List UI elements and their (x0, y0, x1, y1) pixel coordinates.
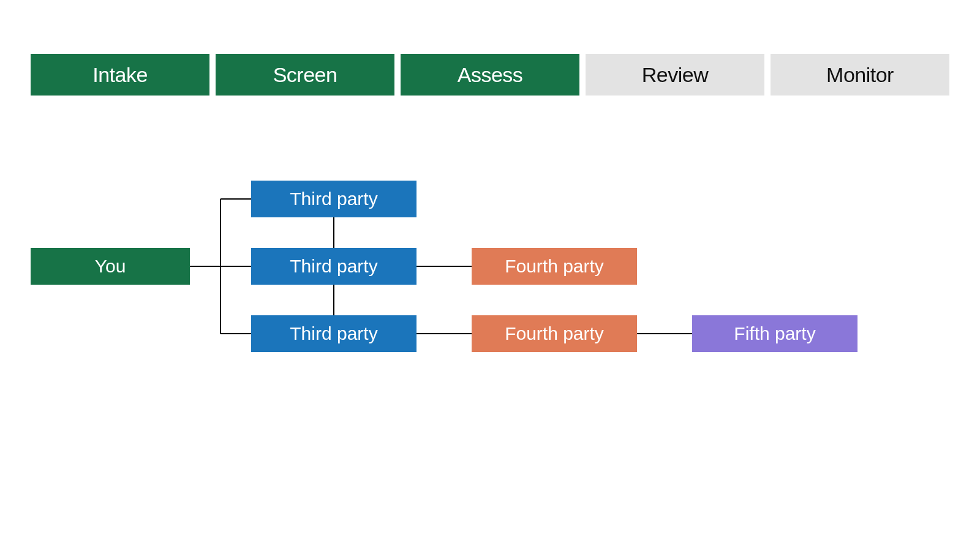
node-you: You (31, 248, 190, 285)
node-third-party-3: Third party (251, 315, 417, 352)
node-fifth-party: Fifth party (692, 315, 858, 352)
node-third-party-2: Third party (251, 248, 417, 285)
node-fourth-party-2: Fourth party (472, 315, 637, 352)
node-fourth-party-1: Fourth party (472, 248, 637, 285)
node-third-party-1: Third party (251, 181, 417, 217)
party-hierarchy-diagram: You Third party Third party Third party … (0, 0, 980, 551)
